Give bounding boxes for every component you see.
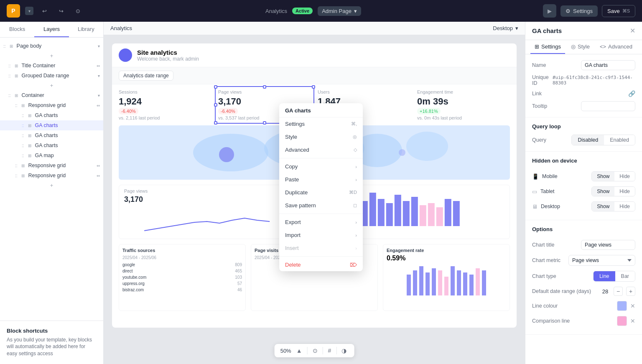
context-menu-insert[interactable]: Insert › [279, 242, 363, 255]
uid-label: Unique ID [532, 74, 553, 86]
layer-responsive-grid-2[interactable]: :: ⊞ Responsive grid ⇔ [0, 160, 103, 171]
tooltip-input[interactable] [581, 101, 635, 111]
tooltip-row: Tooltip [532, 101, 635, 111]
app-logo[interactable]: P [7, 4, 20, 18]
chart-title-label: Chart title [532, 242, 555, 248]
right-panel-close-button[interactable]: ✕ [630, 27, 635, 35]
context-menu-advanced[interactable]: Advanced ◇ [279, 143, 363, 156]
tab-library[interactable]: Library [69, 22, 103, 37]
context-menu-duplicate[interactable]: Duplicate ⌘D [279, 186, 363, 199]
zoom-value: 50% [280, 348, 291, 354]
tab-layers[interactable]: Layers [34, 22, 69, 37]
layer-add-button[interactable]: + [0, 51, 103, 61]
mobile-show-btn[interactable]: Show [592, 172, 614, 181]
mobile-show-hide: Show Hide [591, 171, 635, 181]
style-icon: ◎ [571, 43, 576, 50]
context-menu-copy[interactable]: Copy › [279, 160, 363, 173]
preview-button[interactable]: ▶ [543, 4, 556, 18]
canvas-body[interactable]: Site analytics Welcome back, mark admin … [104, 35, 525, 361]
context-menu-export[interactable]: Export › [279, 216, 363, 229]
save-button[interactable]: Save ⌘S [602, 5, 635, 17]
tab-advanced[interactable]: <> Advanced [596, 40, 637, 54]
line-colour-clear[interactable]: ✕ [630, 303, 635, 309]
layer-container[interactable]: :: ⊞ Container ▾ [0, 90, 103, 100]
stat-engagement: Engagement time 0m 39s +16.81% vs. 0m 43… [417, 89, 510, 120]
mobile-label: 📱 Mobile [532, 173, 558, 180]
tab-settings[interactable]: ⊞ Settings [530, 40, 565, 54]
right-panel: GA charts ✕ ⊞ Settings ◎ Style <> Advanc… [525, 22, 642, 364]
svg-rect-26 [432, 268, 436, 295]
topbar-left: P ▾ ↩ ↪ ⊙ [7, 4, 84, 18]
context-menu-settings[interactable]: Settings ⌘, [279, 117, 363, 130]
tab-style[interactable]: ◎ Style [567, 40, 594, 54]
analytics-nav-link[interactable]: Analytics [265, 8, 287, 14]
chart-type-row: Chart type Line Bar [532, 268, 635, 284]
chart-metric-select[interactable]: Page views [568, 255, 635, 266]
svg-point-4 [406, 132, 448, 161]
layer-ga-charts-1[interactable]: :: ⊞ GA charts [0, 110, 103, 120]
date-range-decrement[interactable]: − [614, 287, 623, 296]
layer-title-container[interactable]: :: ⊞ Title Container ⇔ [0, 61, 103, 71]
left-sidebar: Blocks Layers Library :: ⊞ Page body ▾ +… [0, 22, 104, 364]
chart-type-bar-btn[interactable]: Bar [615, 271, 635, 281]
mobile-hide-btn[interactable]: Hide [614, 172, 635, 181]
layer-page-body[interactable]: :: ⊞ Page body ▾ [0, 41, 103, 51]
traffic-sources-table: Traffic sources 2025/04 - 2025/06 google… [119, 244, 246, 311]
history-button[interactable]: ⊙ [72, 5, 84, 17]
focus-button[interactable]: ⊙ [311, 346, 319, 355]
desktop-hide-btn[interactable]: Hide [614, 202, 635, 211]
desktop-show-btn[interactable]: Show [592, 202, 614, 211]
svg-rect-19 [436, 207, 443, 226]
dark-mode-button[interactable]: ◑ [340, 346, 348, 355]
query-disabled-btn[interactable]: Disabled [572, 135, 604, 145]
sidebar-shortcuts: Block shortcuts As you build your templa… [0, 321, 103, 364]
context-menu-paste[interactable]: Paste › [279, 173, 363, 186]
layer-ga-charts-4[interactable]: :: ⊞ GA charts [0, 140, 103, 150]
grid-icon-9: ⊞ [20, 163, 26, 168]
layer-grouped-date[interactable]: :: ⊞ Grouped Date range ▾ [0, 71, 103, 81]
query-loop-title: Query loop [532, 123, 635, 130]
tablet-label: ▭ Tablet [532, 188, 554, 195]
logo-dropdown[interactable]: ▾ [25, 7, 33, 15]
svg-rect-28 [444, 277, 448, 295]
page-selector[interactable]: Admin Page ▾ [318, 6, 361, 16]
redo-button[interactable]: ↪ [55, 5, 67, 17]
comparison-colour-clear[interactable]: ✕ [630, 318, 635, 324]
tablet-hide-btn[interactable]: Hide [614, 187, 635, 196]
settings-button[interactable]: ⚙ Settings [560, 5, 598, 17]
context-menu-style[interactable]: Style ◎ [279, 130, 363, 143]
layer-ga-charts-3[interactable]: :: ⊞ GA charts [0, 130, 103, 140]
grid-icon-4: ⊞ [27, 112, 33, 118]
comparison-colour-swatch[interactable] [617, 316, 627, 326]
name-input[interactable] [581, 60, 635, 70]
stat-sessions-label: Sessions [119, 89, 211, 94]
context-menu-import[interactable]: Import › [279, 229, 363, 242]
preview-header: Site analytics Welcome back, mark admin [112, 43, 517, 67]
query-enabled-btn[interactable]: Enabled [604, 135, 635, 145]
chart-title-input[interactable] [581, 240, 635, 250]
context-menu-save-pattern[interactable]: Save pattern ◻ [279, 199, 363, 212]
line-colour-swatch[interactable] [617, 301, 627, 311]
layer-ga-charts-2[interactable]: :: ⊞ GA charts [0, 120, 103, 130]
zoom-up-button[interactable]: ▲ [295, 346, 304, 355]
tablet-show-btn[interactable]: Show [592, 187, 614, 196]
grid-view-button[interactable]: # [326, 346, 333, 355]
layer-responsive-grid-1[interactable]: :: ⊞ Responsive grid ⇔ [0, 100, 103, 110]
tab-blocks[interactable]: Blocks [0, 22, 34, 37]
date-range-row: Default date range (days) 28 − + [532, 284, 635, 298]
layer-ga-map[interactable]: :: ⊞ GA map [0, 150, 103, 160]
layer-add-button-3[interactable]: + [0, 181, 103, 190]
undo-button[interactable]: ↩ [38, 5, 50, 17]
date-range-value: 28 [600, 288, 610, 295]
link-icon[interactable]: 🔗 [628, 90, 635, 97]
grid-icon-7: ⊞ [27, 143, 33, 148]
svg-rect-20 [445, 199, 451, 226]
canvas-device-selector[interactable]: Desktop ▾ [493, 25, 518, 31]
layer-responsive-grid-3[interactable]: :: ⊞ Responsive grid ⇔ [0, 171, 103, 181]
context-menu-delete[interactable]: Delete ⌦ [279, 258, 363, 271]
chart-type-line-btn[interactable]: Line [594, 271, 615, 281]
chart-metric-label: Chart metric [532, 257, 560, 263]
layer-add-button-2[interactable]: + [0, 81, 103, 90]
grid-icon-5: ⊞ [27, 122, 33, 128]
date-range-increment[interactable]: + [626, 287, 635, 296]
